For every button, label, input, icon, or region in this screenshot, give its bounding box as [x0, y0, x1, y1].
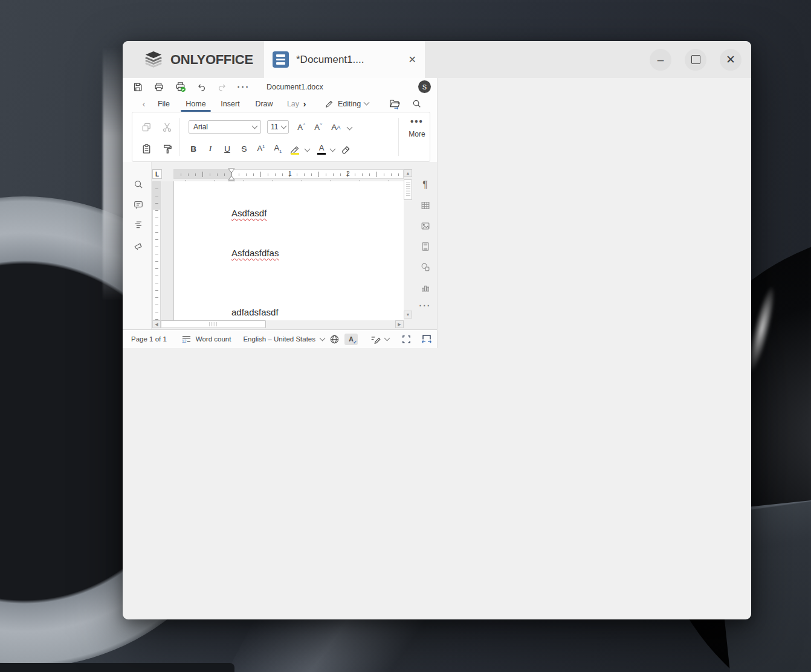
vertical-scrollbar[interactable]: ▲ ▼ — [404, 162, 413, 321]
toolbar-more-button[interactable]: ••• More — [402, 118, 432, 138]
change-case-button[interactable]: AA — [327, 119, 345, 135]
horizontal-scroll-thumb[interactable] — [161, 320, 266, 328]
wallpaper-light-streak — [103, 47, 123, 301]
maximize-button[interactable] — [685, 49, 706, 71]
page-indicator[interactable]: Page 1 of 1 — [123, 330, 175, 348]
bold-button[interactable]: B — [186, 141, 201, 157]
table-settings-button[interactable] — [419, 199, 431, 211]
tab-stop-selector[interactable]: L — [152, 169, 162, 179]
subscript-button[interactable]: A1 — [270, 141, 286, 157]
tab-draw[interactable]: Draw — [251, 95, 277, 112]
document-tab[interactable]: *Document1.... ✕ — [264, 41, 425, 78]
tab-close-icon[interactable]: ✕ — [409, 54, 416, 65]
language-chevron-icon[interactable] — [320, 335, 326, 341]
navigation-headings-button[interactable] — [133, 219, 144, 230]
customize-toolbar-button[interactable]: ··· — [237, 80, 250, 94]
headings-list-icon — [133, 219, 144, 230]
paragraph-settings-button[interactable]: ¶ — [419, 179, 431, 190]
scroll-up-button[interactable]: ▲ — [404, 169, 412, 177]
set-language-globe-icon[interactable] — [329, 334, 340, 344]
underline-button[interactable]: U — [219, 141, 235, 157]
language-selector[interactable]: English – United States — [243, 335, 315, 343]
open-file-location-button[interactable] — [387, 95, 402, 112]
fit-page-icon[interactable] — [401, 334, 412, 344]
copy-button[interactable] — [138, 119, 154, 135]
vertical-scroll-thumb[interactable] — [404, 179, 412, 200]
font-name-select[interactable]: Arial — [189, 120, 261, 134]
titlebar-spacer — [425, 41, 650, 78]
tab-home[interactable]: Home — [182, 95, 210, 112]
document-text-line: Asdfasdf — [231, 208, 267, 218]
scroll-left-button[interactable]: ◀ — [152, 320, 161, 328]
paste-button[interactable] — [138, 141, 154, 157]
search-button[interactable] — [409, 95, 424, 112]
clear-style-button[interactable] — [338, 141, 354, 157]
toolbar-divider — [398, 118, 399, 156]
megaphone-icon — [133, 241, 144, 251]
font-color-button[interactable]: A — [314, 141, 329, 157]
quick-print-button[interactable] — [173, 80, 187, 94]
document-name-label: Document1.docx — [267, 83, 323, 91]
mode-label: Editing — [338, 100, 361, 108]
format-painter-button[interactable] — [159, 141, 175, 157]
minimize-button[interactable]: – — [650, 49, 671, 71]
right-panel-more-button[interactable]: ··· — [419, 300, 431, 311]
italic-button[interactable]: I — [202, 141, 218, 157]
tabs-scroll-right-icon[interactable]: › — [300, 95, 309, 112]
tab-file[interactable]: File — [152, 95, 176, 112]
font-color-chevron-icon[interactable] — [330, 146, 336, 152]
track-changes-chevron-icon — [384, 335, 390, 341]
user-avatar[interactable]: S — [418, 80, 431, 93]
undo-button[interactable] — [195, 80, 208, 94]
increment-font-size-button[interactable]: Aˆ — [293, 119, 309, 135]
ruler-number: 1 — [288, 170, 292, 177]
toolbar-chrome: ··· Document1.docx S ‹ File Home Insert … — [123, 78, 437, 162]
onlyoffice-window: ONLYOFFICE *Document1.... ✕ – ✕ — [123, 41, 751, 619]
tab-insert[interactable]: Insert — [216, 95, 245, 112]
tabs-scroll-left-icon[interactable]: ‹ — [140, 95, 148, 112]
first-line-indent-marker[interactable] — [228, 168, 235, 173]
language-section: English – United States A ✓ — [237, 330, 364, 348]
horizontal-scrollbar[interactable]: ◀ ▶ — [152, 320, 404, 329]
image-settings-button[interactable] — [419, 220, 431, 231]
redo-button[interactable] — [216, 80, 229, 94]
cut-button[interactable] — [159, 119, 175, 135]
chart-settings-button[interactable] — [419, 282, 431, 293]
word-count-button[interactable]: 12 Word count — [175, 330, 237, 348]
format-painter-icon — [161, 143, 173, 155]
spellcheck-toggle[interactable]: A ✓ — [344, 334, 358, 345]
horizontal-ruler[interactable]: 1 2 — [173, 169, 404, 179]
font-size-value: 11 — [268, 123, 282, 131]
feedback-button[interactable] — [133, 241, 144, 251]
close-button[interactable]: ✕ — [720, 49, 742, 71]
scroll-down-button[interactable]: ▼ — [404, 311, 412, 318]
change-case-chevron-icon[interactable] — [347, 124, 353, 131]
header-footer-settings-button[interactable] — [419, 241, 431, 252]
strikeout-button[interactable]: S — [236, 141, 252, 157]
print-button[interactable] — [152, 80, 166, 94]
more-dots-icon: ••• — [402, 118, 432, 124]
mode-selector[interactable]: Editing — [325, 95, 369, 112]
highlight-color-button[interactable] — [287, 141, 303, 157]
save-button[interactable] — [131, 80, 144, 94]
decrement-font-size-button[interactable]: Aˇ — [310, 119, 326, 135]
header-footer-icon — [420, 241, 431, 252]
font-size-select[interactable]: 11 — [267, 120, 289, 134]
shape-settings-button[interactable] — [419, 261, 431, 273]
track-changes-button[interactable] — [364, 330, 395, 348]
eraser-icon — [340, 143, 352, 155]
superscript-button[interactable]: A1 — [253, 141, 269, 157]
spellcheck-check-icon: ✓ — [353, 340, 357, 345]
table-icon — [420, 200, 431, 211]
vertical-ruler[interactable] — [152, 181, 161, 320]
fit-width-icon[interactable] — [421, 334, 432, 344]
document-tab-title: *Document1.... — [296, 54, 401, 66]
find-button[interactable] — [133, 179, 144, 190]
hanging-indent-marker[interactable] — [228, 175, 235, 181]
document-page[interactable] — [173, 181, 404, 320]
highlight-chevron-icon[interactable] — [305, 146, 311, 152]
ribbon-tabs: ‹ File Home Insert Draw Lay › Editing — [123, 95, 437, 112]
comments-button[interactable] — [133, 199, 144, 210]
titlebar: ONLYOFFICE *Document1.... ✕ – ✕ — [123, 41, 751, 78]
scroll-right-button[interactable]: ▶ — [395, 320, 404, 328]
